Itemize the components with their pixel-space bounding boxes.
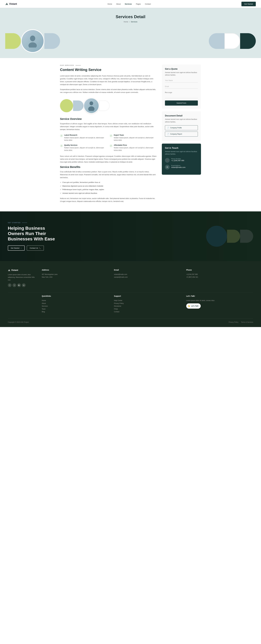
social-facebook[interactable]: f bbox=[8, 284, 11, 287]
quicklink-blog[interactable]: Blog bbox=[42, 310, 109, 313]
feature-item-3: ✓ Affordable Price Nullam massa ipsum, a… bbox=[110, 144, 157, 152]
footer-email2[interactable]: sample@mails.com bbox=[114, 276, 181, 279]
quicklink-about[interactable]: About bbox=[42, 302, 109, 305]
support-contact[interactable]: Contact bbox=[114, 310, 181, 313]
company-profile-label: Company Profile bbox=[170, 127, 182, 129]
breadcrumb-home[interactable]: Home bbox=[124, 21, 128, 23]
address-line2: New York, USA bbox=[42, 276, 109, 279]
message-input[interactable] bbox=[165, 90, 198, 98]
footer-phone: Phone +1(234) 567 890 +0 (987) 654 321 bbox=[186, 269, 253, 287]
quote-title: Get a Quote bbox=[165, 68, 198, 70]
social-icons: f t ▶ in bbox=[8, 284, 36, 287]
footer-email1[interactable]: vistant@mails.com bbox=[114, 273, 181, 276]
social-linkedin[interactable]: in bbox=[22, 284, 25, 287]
phone-icon: 📞 bbox=[165, 158, 170, 163]
breadcrumb-separator: › bbox=[129, 21, 130, 23]
feature-desc-3: Nullam massa ipsum, aliquam vel suscipit… bbox=[114, 146, 157, 152]
footer-address: Address 457 Morningview Lane New York, U… bbox=[42, 269, 109, 287]
arrow-right-icon: → bbox=[20, 247, 22, 249]
nav-get-started-button[interactable]: Get Started bbox=[242, 2, 256, 6]
copyright: Copyright © 2023 ASK Project bbox=[8, 321, 29, 323]
company-profile-button[interactable]: 📄 Company Profile bbox=[165, 125, 198, 130]
letstalk-title: Let's Talk! bbox=[186, 295, 253, 297]
small-shapes-row bbox=[60, 98, 157, 114]
support-privacy[interactable]: Privacy Policy bbox=[114, 302, 181, 305]
footer-privacy-link[interactable]: Privacy Policy bbox=[229, 321, 239, 323]
svg-point-4 bbox=[89, 102, 93, 105]
nav-home[interactable]: Home bbox=[108, 3, 112, 5]
quicklink-home[interactable]: Home bbox=[42, 299, 109, 302]
cta-buttons: Get Started → Contact Us 📞 bbox=[8, 246, 60, 250]
benefit-2: Pellentesque lorem turpis, pulvinar magn… bbox=[60, 188, 157, 191]
social-twitter[interactable]: t bbox=[12, 284, 16, 287]
support-faqs[interactable]: FAQs bbox=[114, 308, 181, 310]
social-youtube[interactable]: ▶ bbox=[17, 284, 21, 287]
logo[interactable]: Vistant bbox=[5, 2, 17, 6]
nav-about[interactable]: About bbox=[116, 3, 121, 5]
cta-contact-us-button[interactable]: Contact Us 📞 bbox=[27, 246, 44, 250]
feature-check-0: ✓ bbox=[60, 134, 63, 137]
shape-white-d bbox=[225, 33, 240, 49]
cta-get-started-button[interactable]: Get Started → bbox=[8, 246, 25, 250]
feature-desc-1: Nullam massa ipsum, aliquam vel suscipit… bbox=[114, 136, 157, 142]
feature-item-1: ✓ Expert Team Nullam massa ipsum, aliqua… bbox=[110, 134, 157, 142]
decorative-shapes bbox=[0, 27, 261, 58]
submit-button[interactable]: Submit Form bbox=[165, 100, 198, 106]
overview-title: Service Overview bbox=[60, 118, 157, 120]
intro-para-1: Lorem ipsum dolor sit amet, consectetur … bbox=[60, 74, 157, 86]
document-title: Document Detail bbox=[165, 114, 198, 117]
benefits-para: Nulla ex orci, fermentum nec turpis luct… bbox=[60, 197, 157, 203]
company-report-label: Company Report bbox=[170, 133, 182, 135]
quicklinks-title: Quicklinks bbox=[42, 295, 109, 297]
service-title: Content Writing Service bbox=[60, 68, 157, 72]
document-icon-2: 📄 bbox=[167, 133, 169, 135]
breadcrumb-current: Services bbox=[131, 21, 137, 23]
lets-talk-button[interactable]: 👋 Let's Talk! bbox=[186, 304, 201, 308]
document-icon-1: 📄 bbox=[167, 127, 169, 129]
small-d-blue bbox=[73, 100, 83, 111]
person-placeholder bbox=[22, 30, 44, 52]
email-icon: ✉ bbox=[165, 165, 170, 170]
benefits-intro: Cras sollicitudin felis id tellus consec… bbox=[60, 170, 157, 179]
quicklink-services[interactable]: Services bbox=[42, 305, 109, 308]
contact-card: Get in Touch Aenean laoreet nunc eget es… bbox=[162, 144, 201, 175]
support-help[interactable]: Help Center bbox=[114, 299, 181, 302]
name-input[interactable] bbox=[165, 78, 198, 82]
email-contact-item: ✉ Email Address vistant@mails.com bbox=[165, 165, 198, 170]
feature-title-1: Expert Team bbox=[114, 134, 157, 136]
feature-check-1: ✓ bbox=[110, 134, 112, 137]
feature-desc-0: Nullam massa ipsum, aliquam vel suscipit… bbox=[64, 136, 107, 142]
breadcrumb: Home › Services bbox=[2, 21, 259, 23]
middle-para: Nunc rutrum vel velit in interdum. Praes… bbox=[60, 155, 157, 164]
company-report-button[interactable]: 📄 Company Report bbox=[165, 132, 198, 136]
small-d-white bbox=[99, 100, 110, 111]
footer-brand: Vistant Lorem ipsum dolor sit amet, tetu… bbox=[8, 269, 36, 287]
phone-small-icon: 📞 bbox=[39, 247, 41, 249]
nav-links: Home About Services Pages Contact bbox=[108, 3, 151, 5]
letstalk-desc: Lorem ipsum dolor sit amet, consec tetur… bbox=[186, 299, 253, 302]
footer: Vistant Lorem ipsum dolor sit amet, tetu… bbox=[0, 261, 261, 327]
support-disclaimer[interactable]: Disclaimer bbox=[114, 305, 181, 308]
quicklink-team[interactable]: Team bbox=[42, 308, 109, 310]
nav-pages[interactable]: Pages bbox=[136, 3, 141, 5]
svg-marker-0 bbox=[5, 3, 8, 5]
footer-support: Support Help Center Privacy Policy Discl… bbox=[114, 295, 181, 313]
nav-services[interactable]: Services bbox=[125, 3, 132, 5]
footer-terms-link[interactable]: Terms & Services bbox=[241, 321, 253, 323]
email-value: vistant@mails.com bbox=[171, 166, 185, 168]
intro-para-2: Suspendisse porttitor lacus at cursus in… bbox=[60, 88, 157, 94]
nav-contact[interactable]: Contact bbox=[145, 3, 151, 5]
document-card: Document Detail Aenean laoreet nunc eget… bbox=[162, 111, 201, 141]
shape-blue-d bbox=[44, 33, 60, 49]
contact-desc: Aenean laoreet nunc eget est ultrices fa… bbox=[165, 150, 198, 155]
footer-letstalk: Let's Talk! Lorem ipsum dolor sit amet, … bbox=[186, 295, 253, 313]
hero-title: Services Detail bbox=[2, 14, 259, 19]
email-input[interactable] bbox=[165, 84, 198, 88]
footer-logo-icon bbox=[8, 269, 10, 272]
footer-brand-desc: Lorem ipsum dolor sit amet, tetur adipis… bbox=[8, 273, 36, 281]
benefit-1: Maecenas dignissim purus ac arcu bibendu… bbox=[60, 185, 157, 187]
feature-check-2: ✓ bbox=[60, 144, 63, 147]
logo-icon bbox=[5, 2, 8, 6]
shape-green-d bbox=[5, 33, 21, 49]
feature-item-0: ✓ Latest Research Nullam massa ipsum, al… bbox=[60, 134, 107, 142]
